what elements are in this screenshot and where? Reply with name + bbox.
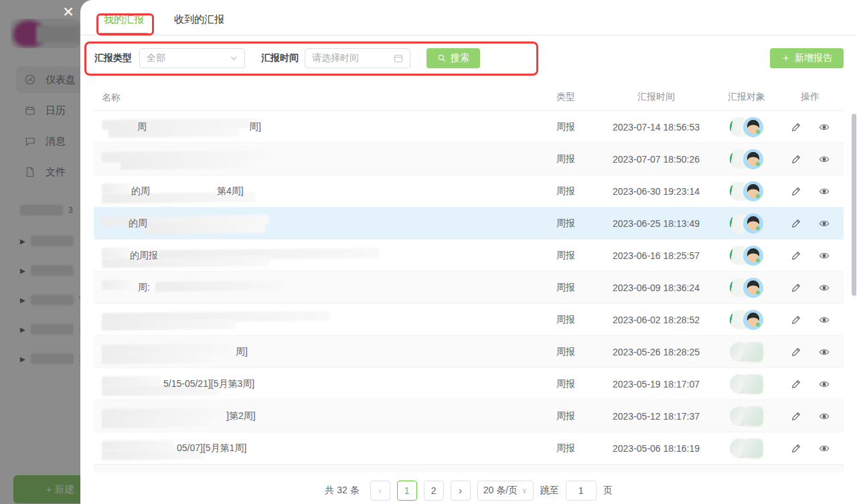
view-icon[interactable] [819,282,830,293]
column-header-actions: 操作 [777,91,844,103]
time-cell: 2023-07-07 18:50:26 [596,154,716,165]
avatar-pair [730,278,763,298]
view-icon[interactable] [819,154,830,165]
cartoon-avatar-icon [743,181,763,201]
actions-cell [777,154,844,165]
edit-icon[interactable] [791,218,801,229]
name-cell: 05/07][5月第1周] [94,432,536,464]
close-icon[interactable]: ✕ [59,3,78,21]
edit-icon[interactable] [791,411,801,422]
table-row[interactable]: 5/15-05/21][5月第3周] 周报 2023-05-19 18:17:0… [94,368,844,400]
avatar [743,117,763,137]
view-icon[interactable] [819,347,830,357]
edit-icon[interactable] [791,186,801,197]
view-icon[interactable] [819,379,830,390]
page-size-value: 20 条/页 [483,485,518,497]
prev-page-button[interactable]: ‹ [370,481,390,501]
avatar-pair [730,246,763,266]
edit-icon[interactable] [791,282,801,293]
name-cell [94,143,536,175]
edit-icon[interactable] [791,443,801,454]
name-cell: 的周 [94,207,536,239]
add-report-button[interactable]: 新增报告 [770,48,844,68]
type-cell: 周报 [536,314,596,326]
edit-icon[interactable] [791,122,801,133]
tab-my-reports[interactable]: 我的汇报 [104,0,144,35]
search-icon [437,54,447,63]
column-header-time: 汇报时间 [596,91,716,103]
report-type-select[interactable]: 全部 [139,48,245,68]
table-row[interactable]: 周: 周报 2023-06-09 18:36:24 [94,272,844,304]
table-row[interactable]: 05/07][5月第1周] 周报 2023-05-06 18:16:19 [94,432,844,465]
tab-received-reports[interactable]: 收到的汇报 [174,0,224,35]
view-icon[interactable] [819,122,830,133]
type-cell: 周报 [536,442,596,454]
avatar [743,310,763,330]
time-cell: 2023-05-06 18:16:19 [596,443,716,454]
edit-icon[interactable] [791,315,801,325]
table-row[interactable]: 周] 周报 2023-05-26 18:28:25 [94,336,844,368]
actions-cell [777,218,844,229]
report-time-placeholder: 请选择时间 [312,52,359,64]
avatar [743,342,763,362]
target-cell [716,406,777,426]
vertical-scrollbar[interactable] [852,114,856,296]
table-row[interactable]: ]第2周] 周报 2023-05-12 18:17:37 [94,400,844,432]
view-icon[interactable] [819,315,830,325]
report-type-label: 汇报类型 [94,52,132,64]
edit-icon[interactable] [791,250,801,261]
time-cell: 2023-06-25 18:13:49 [596,218,716,229]
view-icon[interactable] [819,250,830,261]
type-cell: 周报 [536,346,596,358]
table-row[interactable]: 周报 2023-06-02 18:28:52 [94,304,844,336]
column-header-type: 类型 [536,91,596,103]
type-cell: 周报 [536,282,596,294]
edit-icon[interactable] [791,379,801,390]
avatar [743,406,763,426]
name-cell: 的周第4周] [94,175,536,207]
reports-modal: 我的汇报 收到的汇报 汇报类型 全部 汇报时间 请选择时间 搜索 新增报告 [80,0,857,504]
column-header-target: 汇报对象 [716,91,777,103]
cartoon-avatar-icon [743,214,763,234]
time-cell: 2023-06-09 18:36:24 [596,282,716,293]
cartoon-avatar-icon [743,117,763,137]
actions-cell [777,282,844,293]
cartoon-avatar-icon [743,149,763,169]
next-page-button[interactable]: › [451,481,471,501]
view-icon[interactable] [819,218,830,229]
table-row[interactable]: 周报 2023-07-07 18:50:26 [94,143,844,175]
table-row[interactable]: 的周 周报 2023-06-25 18:13:49 [94,207,844,240]
type-cell: 周报 [536,410,596,422]
time-cell: 2023-07-14 18:56:53 [596,122,716,133]
page-button-2[interactable]: 2 [424,481,444,501]
table-header: 名称 类型 汇报时间 汇报对象 操作 [94,84,844,111]
chevron-right-icon: › [459,485,462,496]
column-header-name: 名称 [94,84,536,110]
page-button-1[interactable]: 1 [397,481,417,501]
table-row[interactable]: 周周] 周报 2023-07-14 18:56:53 [94,111,844,143]
table-row[interactable]: 的周报 周报 2023-06-16 18:25:57 [94,240,844,272]
report-type-value: 全部 [147,52,165,64]
jump-label: 跳至 [540,485,559,497]
jump-page-input[interactable] [566,481,597,501]
table-row[interactable]: 的周第4周] 周报 2023-06-30 19:23:14 [94,175,844,207]
time-cell: 2023-05-12 18:17:37 [596,411,716,422]
actions-cell [777,186,844,197]
view-icon[interactable] [819,411,830,422]
chevron-left-icon: ‹ [378,485,382,496]
target-cell [716,181,777,201]
name-cell: 周周] [94,111,536,143]
page-size-select[interactable]: 20 条/页 ∨ [477,481,534,501]
actions-cell [777,315,844,325]
report-time-input[interactable]: 请选择时间 [305,48,410,68]
edit-icon[interactable] [791,347,801,357]
view-icon[interactable] [819,186,830,197]
name-cell: 5/15-05/21][5月第3周] [94,368,536,400]
time-cell: 2023-06-02 18:28:52 [596,315,716,325]
view-icon[interactable] [819,443,830,454]
avatar-pair [730,149,763,169]
time-cell: 2023-05-19 18:17:07 [596,379,716,390]
edit-icon[interactable] [791,154,801,165]
search-button[interactable]: 搜索 [426,48,480,68]
avatar [743,438,763,458]
